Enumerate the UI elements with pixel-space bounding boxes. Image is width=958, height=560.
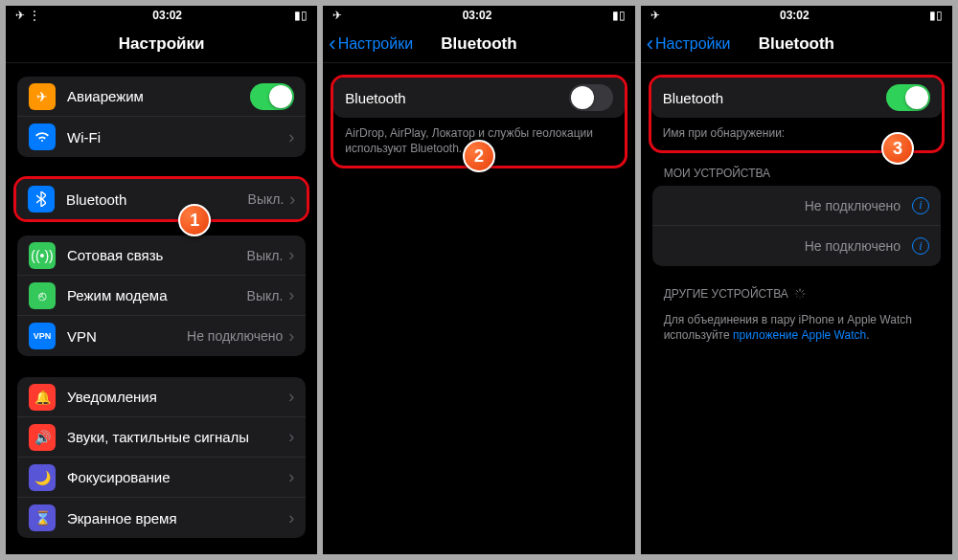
- chevron-right-icon: ›: [288, 326, 294, 347]
- status-bar: ✈︎⋮ 03:02 ▮▯: [6, 6, 317, 25]
- row-hotspot[interactable]: ⎋ Режим модема Выкл. ›: [17, 276, 306, 316]
- sounds-icon: 🔊: [29, 424, 56, 451]
- pair-hint: Для объединения в пару iPhone и Apple Wa…: [641, 306, 952, 343]
- bluetooth-icon: [28, 186, 55, 213]
- highlight-bluetooth: Bluetooth Выкл. › 1: [13, 176, 309, 222]
- bluetooth-content: Bluetooth Имя при обнаружении: 3 МОИ УСТ…: [641, 63, 952, 554]
- row-wifi[interactable]: Wi-Fi ›: [17, 117, 306, 157]
- row-screentime[interactable]: ⌛ Экранное время ›: [17, 498, 306, 538]
- page-title: Bluetooth: [441, 34, 516, 54]
- navbar: Настройки: [6, 25, 317, 63]
- info-icon[interactable]: i: [912, 197, 929, 214]
- airplane-icon: ✈︎: [29, 83, 56, 110]
- battery-icon: ▮▯: [929, 9, 943, 22]
- battery-icon: ▮▯: [294, 9, 308, 22]
- apple-watch-link[interactable]: приложение Apple Watch: [733, 328, 866, 342]
- vpn-icon: VPN: [29, 323, 56, 349]
- navbar: ‹ Настройки Bluetooth: [323, 25, 634, 63]
- screentime-icon: ⌛: [29, 504, 56, 531]
- chevron-right-icon: ›: [288, 508, 294, 528]
- callout-3: 3: [881, 132, 914, 165]
- spinner-icon: [794, 288, 806, 300]
- bluetooth-content: Bluetooth AirDrop, AirPlay, Локатор и сл…: [323, 63, 634, 554]
- chevron-left-icon: ‹: [647, 34, 653, 55]
- svg-line-4: [796, 291, 798, 293]
- back-button[interactable]: ‹ Настройки: [329, 25, 413, 62]
- back-button[interactable]: ‹ Настройки: [647, 25, 731, 62]
- settings-screen: ✈︎⋮ 03:02 ▮▯ Настройки ✈︎ Авиарежим Wi-F…: [6, 6, 317, 554]
- row-focus[interactable]: 🌙 Фокусирование ›: [17, 458, 306, 498]
- airplane-status-icon: ✈︎: [15, 9, 25, 22]
- row-bluetooth[interactable]: Bluetooth Выкл. ›: [16, 179, 307, 219]
- bluetooth-toggle[interactable]: [886, 84, 930, 111]
- status-bar: ✈︎ 03:02 ▮▯: [641, 6, 952, 25]
- chevron-right-icon: ›: [288, 127, 294, 147]
- page-title: Bluetooth: [759, 34, 834, 54]
- callout-1: 1: [178, 204, 211, 236]
- airplane-status-icon: ✈︎: [650, 9, 660, 22]
- airplane-toggle[interactable]: [250, 83, 294, 110]
- chevron-right-icon: ›: [289, 190, 295, 210]
- row-notifications[interactable]: 🔔 Уведомления ›: [17, 377, 306, 417]
- wifi-icon: [29, 123, 56, 150]
- section-my-devices: МОИ УСТРОЙСТВА: [641, 167, 952, 186]
- cellular-icon: ((•)): [29, 242, 56, 269]
- info-icon[interactable]: i: [912, 237, 929, 255]
- wifi-status-icon: ⋮: [29, 9, 40, 22]
- row-bluetooth-toggle[interactable]: Bluetooth: [333, 78, 624, 118]
- airplane-status-icon: ✈︎: [332, 9, 342, 22]
- chevron-right-icon: ›: [288, 467, 294, 487]
- page-title: Настройки: [119, 34, 205, 54]
- chevron-right-icon: ›: [288, 427, 294, 447]
- device-row[interactable]: Не подключено i: [652, 186, 941, 226]
- chevron-right-icon: ›: [288, 387, 294, 407]
- svg-line-6: [796, 296, 798, 298]
- battery-icon: ▮▯: [612, 9, 626, 22]
- notifications-icon: 🔔: [29, 384, 56, 411]
- focus-icon: 🌙: [29, 464, 56, 491]
- status-time: 03:02: [780, 9, 810, 22]
- callout-2: 2: [463, 140, 495, 172]
- row-cellular[interactable]: ((•)) Сотовая связь Выкл. ›: [17, 235, 306, 276]
- device-row[interactable]: Не подключено i: [652, 226, 941, 266]
- section-other-devices: ДРУГИЕ УСТРОЙСТВА: [641, 287, 952, 306]
- hotspot-icon: ⎋: [29, 282, 56, 309]
- svg-line-5: [802, 296, 804, 298]
- status-bar: ✈︎ 03:02 ▮▯: [323, 6, 634, 25]
- chevron-right-icon: ›: [288, 285, 294, 305]
- row-sounds[interactable]: 🔊 Звуки, тактильные сигналы ›: [17, 417, 306, 458]
- status-time: 03:02: [463, 9, 492, 22]
- status-time: 03:02: [152, 9, 182, 22]
- chevron-left-icon: ‹: [329, 34, 335, 55]
- row-bluetooth-toggle[interactable]: Bluetooth: [651, 78, 942, 118]
- bluetooth-off-screen: ✈︎ 03:02 ▮▯ ‹ Настройки Bluetooth Blueto…: [323, 6, 634, 554]
- bluetooth-on-screen: ✈︎ 03:02 ▮▯ ‹ Настройки Bluetooth Blueto…: [641, 6, 952, 554]
- svg-line-7: [802, 291, 804, 293]
- row-vpn[interactable]: VPN VPN Не подключено ›: [17, 316, 306, 356]
- chevron-right-icon: ›: [288, 245, 294, 265]
- bluetooth-toggle[interactable]: [569, 84, 613, 111]
- settings-list[interactable]: ✈︎ Авиарежим Wi-Fi › Bluetooth Выкл. ›: [6, 63, 317, 554]
- navbar: ‹ Настройки Bluetooth: [641, 25, 952, 63]
- row-airplane[interactable]: ✈︎ Авиарежим: [17, 77, 306, 117]
